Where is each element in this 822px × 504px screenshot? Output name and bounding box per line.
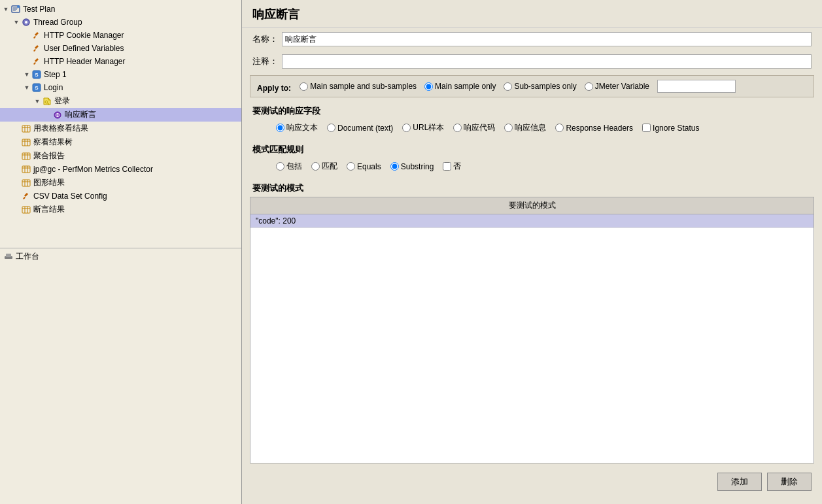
radio-rf-headers[interactable]: [555, 124, 564, 132]
expander-aggregate: [13, 153, 20, 160]
rf-code[interactable]: 响应代码: [453, 122, 495, 133]
radio-pm-match[interactable]: [311, 162, 320, 171]
tree-label-http-cookie: HTTP Cookie Manager: [44, 31, 124, 40]
apply-to-main-only[interactable]: Main sample only: [424, 82, 496, 91]
pattern-match-options: 包括 匹配 Equals Substring 否: [250, 158, 814, 175]
tree-item-login[interactable]: ▼ S Login: [0, 81, 241, 94]
tree-item-aggregate[interactable]: 聚合报告: [0, 149, 241, 163]
pm-contains-label: 包括: [286, 161, 302, 172]
wrench-icon-header: [31, 56, 42, 67]
tree-item-results-tree[interactable]: 察看结果树: [0, 135, 241, 149]
apply-to-main-sub[interactable]: Main sample and sub-samples: [300, 82, 417, 91]
jmeter-var-input[interactable]: [657, 80, 736, 93]
svg-rect-19: [22, 126, 30, 132]
svg-rect-35: [22, 180, 30, 186]
rf-ignore-status[interactable]: Ignore Status: [642, 124, 699, 133]
workbench-icon: [4, 251, 13, 262]
radio-sub-only[interactable]: [504, 82, 512, 91]
radio-rf-url[interactable]: [402, 124, 411, 132]
radio-rf-text[interactable]: [276, 124, 284, 132]
radio-jmeter-var-label: JMeter Variable: [595, 82, 649, 91]
pm-not[interactable]: 否: [443, 161, 461, 172]
expander-step1[interactable]: ▼: [24, 71, 30, 78]
tree-label-thread-group: Thread Group: [33, 18, 82, 27]
svg-rect-9: [33, 62, 36, 65]
cb-pm-not[interactable]: [443, 162, 451, 171]
tree-item-graph[interactable]: 图形结果: [0, 176, 241, 190]
cb-ignore-status[interactable]: [642, 124, 651, 132]
script-icon-denglu: [42, 96, 52, 107]
tree-item-http-cookie[interactable]: HTTP Cookie Manager: [0, 29, 241, 42]
results-tree-icon: [21, 137, 31, 148]
test-patterns-section: 要测试的模式 要测试的模式 "code": 200: [250, 178, 814, 463]
test-patterns-label: 要测试的模式: [250, 178, 814, 197]
apply-to-jmeter-var[interactable]: JMeter Variable: [585, 82, 649, 91]
expander-test-plan[interactable]: ▼: [3, 6, 9, 12]
svg-point-4: [17, 5, 20, 8]
patterns-table-header: 要测试的模式: [250, 197, 813, 214]
tree-item-assert2[interactable]: 断言结果: [0, 203, 241, 216]
svg-text:S: S: [35, 72, 39, 78]
tree-item-test-plan[interactable]: ▼ Test Plan: [0, 3, 241, 16]
rf-url[interactable]: URL样本: [402, 122, 444, 133]
wrench-icon-cookie: [31, 30, 42, 41]
rf-url-label: URL样本: [413, 122, 444, 133]
tree-label-step1: Step 1: [44, 70, 67, 79]
radio-main-only[interactable]: [424, 82, 433, 91]
comment-row: 注释：: [242, 50, 822, 73]
pm-equals[interactable]: Equals: [347, 162, 381, 171]
pm-substring[interactable]: Substring: [390, 162, 434, 171]
apply-to-sub-only[interactable]: Sub-samples only: [504, 82, 576, 91]
expander-login[interactable]: ▼: [24, 84, 30, 91]
radio-pm-equals[interactable]: [347, 162, 355, 171]
rf-document-label: Document (text): [337, 124, 393, 133]
svg-rect-23: [22, 139, 30, 146]
expander-denglu[interactable]: ▼: [34, 98, 41, 105]
rf-headers[interactable]: Response Headers: [555, 124, 633, 133]
radio-main-sub[interactable]: [300, 82, 308, 91]
delete-button[interactable]: 删除: [767, 473, 812, 491]
tree-item-user-defined[interactable]: User Defined Variables: [0, 42, 241, 55]
table-results-icon: [21, 124, 31, 134]
right-panel: 响应断言 名称： 注释： Apply to: Main sample and s…: [242, 0, 822, 504]
pattern-match-section: 模式匹配规则 包括 匹配 Equals Substring 否: [250, 140, 814, 175]
table-row[interactable]: "code": 200: [250, 214, 813, 228]
tree-item-perfmon[interactable]: jp@gc - PerfMon Metrics Collector: [0, 163, 241, 176]
tree: ▼ Test Plan ▼ Thread Group HTTP Cookie M…: [0, 3, 241, 216]
radio-pm-substring[interactable]: [390, 162, 399, 171]
tree-item-step1[interactable]: ▼ S Step 1: [0, 68, 241, 81]
add-button[interactable]: 添加: [717, 473, 762, 491]
expander-user-defined: [24, 45, 30, 52]
tree-item-denglu[interactable]: ▼ 登录: [0, 94, 241, 108]
aggregate-icon: [21, 151, 31, 161]
tree-label-perfmon: jp@gc - PerfMon Metrics Collector: [33, 165, 153, 174]
tree-item-table-results[interactable]: 用表格察看结果: [0, 122, 241, 135]
tree-label-assert2: 断言结果: [33, 204, 65, 215]
response-field-label: 要测试的响应字段: [250, 101, 814, 120]
pm-match[interactable]: 匹配: [311, 161, 337, 172]
assert2-icon: [21, 205, 31, 215]
radio-pm-contains[interactable]: [276, 162, 284, 171]
expander-thread-group[interactable]: ▼: [13, 19, 20, 25]
svg-text:S: S: [35, 85, 39, 91]
tree-item-http-header[interactable]: HTTP Header Manager: [0, 55, 241, 68]
rf-message[interactable]: 响应信息: [504, 122, 546, 133]
rf-document[interactable]: Document (text): [327, 124, 393, 133]
rf-text[interactable]: 响应文本: [276, 122, 318, 133]
svg-rect-27: [22, 153, 30, 160]
name-input[interactable]: [282, 32, 812, 46]
patterns-table-body: "code": 200: [250, 214, 813, 463]
tree-item-assertion[interactable]: 响应断言: [0, 108, 241, 122]
radio-rf-message[interactable]: [504, 124, 513, 132]
rf-message-label: 响应信息: [515, 122, 546, 133]
svg-rect-8: [33, 49, 36, 52]
tree-label-denglu: 登录: [54, 95, 70, 107]
assertion-icon: [52, 110, 63, 120]
radio-jmeter-var[interactable]: [585, 82, 593, 91]
pm-contains[interactable]: 包括: [276, 161, 302, 172]
radio-rf-code[interactable]: [453, 124, 462, 132]
tree-item-thread-group[interactable]: ▼ Thread Group: [0, 16, 241, 29]
comment-input[interactable]: [282, 54, 812, 69]
tree-item-csv[interactable]: CSV Data Set Config: [0, 190, 241, 203]
radio-rf-document[interactable]: [327, 124, 335, 132]
